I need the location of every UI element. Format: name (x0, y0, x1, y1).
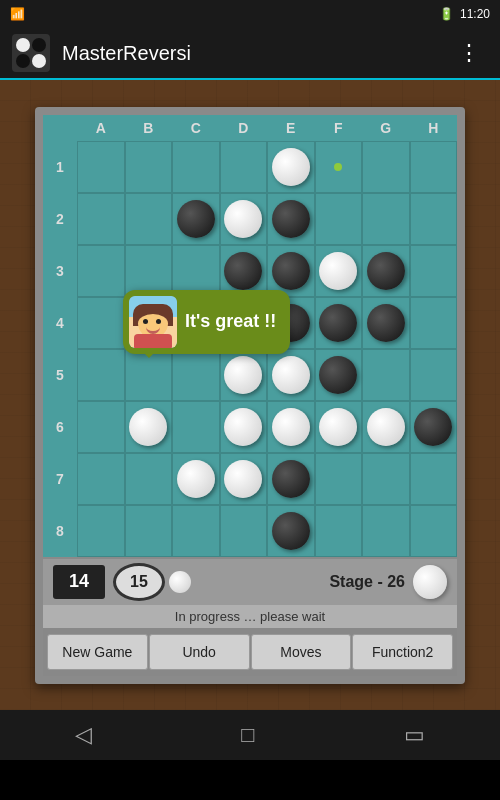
battery-icon: 🔋 (439, 7, 454, 21)
cell-2-6[interactable] (362, 245, 410, 297)
avatar-eye-left (143, 319, 148, 324)
popup-bubble: It's great !! (123, 290, 290, 354)
cell-0-5[interactable] (315, 141, 363, 193)
cell-6-2[interactable] (172, 453, 220, 505)
cell-1-2[interactable] (172, 193, 220, 245)
avatar (129, 296, 177, 348)
col-header-f: F (315, 120, 363, 136)
cell-5-1[interactable] (125, 401, 173, 453)
black-piece (319, 356, 357, 394)
status-bar-right: 🔋 11:20 (439, 7, 490, 21)
black-piece (367, 304, 405, 342)
cell-6-7[interactable] (410, 453, 458, 505)
cell-0-1[interactable] (125, 141, 173, 193)
row-header-6: 6 (43, 419, 77, 435)
cell-6-0[interactable] (77, 453, 125, 505)
cell-3-6[interactable] (362, 297, 410, 349)
cell-4-4[interactable] (267, 349, 315, 401)
cell-1-6[interactable] (362, 193, 410, 245)
board-container: A B C D E F G H 12345678 (35, 107, 465, 684)
cell-4-5[interactable] (315, 349, 363, 401)
cell-4-0[interactable] (77, 349, 125, 401)
cell-3-7[interactable] (410, 297, 458, 349)
cell-1-7[interactable] (410, 193, 458, 245)
cell-0-2[interactable] (172, 141, 220, 193)
button-row: New Game Undo Moves Function2 (43, 628, 457, 676)
overflow-menu-button[interactable]: ⋮ (450, 36, 488, 70)
cell-0-0[interactable] (77, 141, 125, 193)
cell-3-0[interactable] (77, 297, 125, 349)
cell-2-0[interactable] (77, 245, 125, 297)
avatar-eye-right (156, 319, 161, 324)
cell-1-4[interactable] (267, 193, 315, 245)
avatar-face (129, 296, 177, 348)
cell-2-2[interactable] (172, 245, 220, 297)
popup-message: It's great !! (185, 311, 276, 332)
cell-0-7[interactable] (410, 141, 458, 193)
cell-2-3[interactable] (220, 245, 268, 297)
home-button[interactable]: □ (241, 722, 254, 748)
cell-1-3[interactable] (220, 193, 268, 245)
black-piece (367, 252, 405, 290)
app-title: MasterReversi (62, 42, 450, 65)
cell-7-3[interactable] (220, 505, 268, 557)
cell-6-5[interactable] (315, 453, 363, 505)
wifi-icon: 📶 (10, 7, 25, 21)
row-header-2: 2 (43, 211, 77, 227)
new-game-button[interactable]: New Game (47, 634, 148, 670)
black-piece (177, 200, 215, 238)
cell-7-2[interactable] (172, 505, 220, 557)
cell-1-5[interactable] (315, 193, 363, 245)
cell-2-7[interactable] (410, 245, 458, 297)
undo-button[interactable]: Undo (149, 634, 250, 670)
cell-3-5[interactable] (315, 297, 363, 349)
white-piece (272, 356, 310, 394)
white-piece (224, 408, 262, 446)
stage-piece (413, 565, 447, 599)
cell-7-6[interactable] (362, 505, 410, 557)
cell-5-4[interactable] (267, 401, 315, 453)
score-bar: 14 15 Stage - 26 (43, 559, 457, 605)
white-piece (319, 252, 357, 290)
back-button[interactable]: ◁ (75, 722, 92, 748)
cell-5-2[interactable] (172, 401, 220, 453)
cell-6-6[interactable] (362, 453, 410, 505)
col-header-b: B (125, 120, 173, 136)
cell-7-7[interactable] (410, 505, 458, 557)
function2-button[interactable]: Function2 (352, 634, 453, 670)
cell-0-3[interactable] (220, 141, 268, 193)
board-row: 6 (43, 401, 457, 453)
cell-7-4[interactable] (267, 505, 315, 557)
cell-6-1[interactable] (125, 453, 173, 505)
board-row: 1 (43, 141, 457, 193)
recent-apps-button[interactable]: ▭ (404, 722, 425, 748)
app-icon-cell (32, 54, 46, 68)
cell-0-6[interactable] (362, 141, 410, 193)
cell-2-1[interactable] (125, 245, 173, 297)
cell-5-5[interactable] (315, 401, 363, 453)
white-piece (129, 408, 167, 446)
moves-button[interactable]: Moves (251, 634, 352, 670)
cell-1-0[interactable] (77, 193, 125, 245)
cell-2-5[interactable] (315, 245, 363, 297)
cell-6-3[interactable] (220, 453, 268, 505)
cell-5-7[interactable] (410, 401, 458, 453)
cell-7-5[interactable] (315, 505, 363, 557)
cell-4-2[interactable] (172, 349, 220, 401)
cell-4-6[interactable] (362, 349, 410, 401)
col-header-e: E (267, 120, 315, 136)
cell-6-4[interactable] (267, 453, 315, 505)
cell-2-4[interactable] (267, 245, 315, 297)
cell-4-7[interactable] (410, 349, 458, 401)
row-header-8: 8 (43, 523, 77, 539)
cell-7-1[interactable] (125, 505, 173, 557)
cell-5-0[interactable] (77, 401, 125, 453)
app-icon-cell (16, 54, 30, 68)
cell-0-4[interactable] (267, 141, 315, 193)
cell-1-1[interactable] (125, 193, 173, 245)
cell-5-3[interactable] (220, 401, 268, 453)
cell-5-6[interactable] (362, 401, 410, 453)
cell-7-0[interactable] (77, 505, 125, 557)
cell-4-3[interactable] (220, 349, 268, 401)
nav-bar: ◁ □ ▭ (0, 710, 500, 760)
